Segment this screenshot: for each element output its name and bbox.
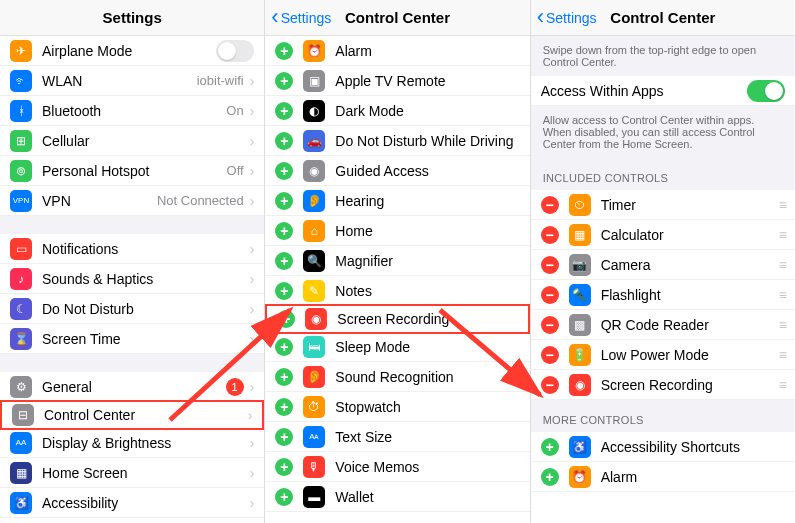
included-row-camera[interactable]: − 📷 Camera ≡ <box>531 250 795 280</box>
settings-row-general[interactable]: ⚙ General 1› <box>0 372 264 402</box>
add-button[interactable]: + <box>275 102 293 120</box>
row-label: Home <box>335 223 519 239</box>
add-button[interactable]: + <box>541 438 559 456</box>
settings-list[interactable]: ✈ Airplane Mode ᯤ WLAN iobit-wifi› ᚼ Blu… <box>0 36 264 523</box>
control-row-soundrec[interactable]: + 👂 Sound Recognition <box>265 362 529 392</box>
control-row-wallet[interactable]: + ▬ Wallet <box>265 482 529 512</box>
included-row-flashlight[interactable]: − 🔦 Flashlight ≡ <box>531 280 795 310</box>
settings-row-dnd[interactable]: ☾ Do Not Disturb › <box>0 294 264 324</box>
drag-handle-icon[interactable]: ≡ <box>779 287 785 303</box>
add-button[interactable]: + <box>275 162 293 180</box>
control-row-home[interactable]: + ⌂ Home <box>265 216 529 246</box>
control-row-sleep[interactable]: + 🛏 Sleep Mode <box>265 332 529 362</box>
control-row-voicememo[interactable]: + 🎙 Voice Memos <box>265 452 529 482</box>
row-label: Control Center <box>44 407 248 423</box>
settings-row-control-center[interactable]: ⊟ Control Center › <box>0 400 264 430</box>
control-row-darkmode[interactable]: + ◐ Dark Mode <box>265 96 529 126</box>
control-row-notes[interactable]: + ✎ Notes <box>265 276 529 306</box>
back-button[interactable]: Settings <box>271 10 331 26</box>
qr-icon: ▩ <box>569 314 591 336</box>
control-center-add-panel: Settings Control Center + ⏰ Alarm + ▣ Ap… <box>265 0 530 523</box>
cellular-icon: ⊞ <box>10 130 32 152</box>
access-within-apps-row[interactable]: Access Within Apps <box>531 76 795 106</box>
settings-row-wlan[interactable]: ᯤ WLAN iobit-wifi› <box>0 66 264 96</box>
drag-handle-icon[interactable]: ≡ <box>779 227 785 243</box>
control-row-dnd-drive[interactable]: + 🚗 Do Not Disturb While Driving <box>265 126 529 156</box>
remove-button[interactable]: − <box>541 196 559 214</box>
more-controls-list[interactable]: + ⏰ Alarm + ▣ Apple TV Remote + ◐ Dark M… <box>265 36 529 523</box>
drag-handle-icon[interactable]: ≡ <box>779 317 785 333</box>
add-button[interactable]: + <box>275 72 293 90</box>
settings-row-notifications[interactable]: ▭ Notifications › <box>0 234 264 264</box>
drag-handle-icon[interactable]: ≡ <box>779 197 785 213</box>
alarm-icon: ⏰ <box>569 466 591 488</box>
included-row-calculator[interactable]: − ▦ Calculator ≡ <box>531 220 795 250</box>
toggle[interactable] <box>216 40 254 62</box>
back-button[interactable]: Settings <box>537 10 597 26</box>
remove-button[interactable]: − <box>541 316 559 334</box>
settings-row-hotspot[interactable]: ⊚ Personal Hotspot Off› <box>0 156 264 186</box>
chevron-right-icon: › <box>250 301 255 317</box>
included-row-lowpower[interactable]: − 🔋 Low Power Mode ≡ <box>531 340 795 370</box>
remove-button[interactable]: − <box>541 286 559 304</box>
control-row-stopwatch[interactable]: + ⏱ Stopwatch <box>265 392 529 422</box>
add-button[interactable]: + <box>275 428 293 446</box>
row-label: Display & Brightness <box>42 435 250 451</box>
chevron-right-icon: › <box>250 241 255 257</box>
accessibility-icon: ♿ <box>10 492 32 514</box>
add-button[interactable]: + <box>275 368 293 386</box>
add-button[interactable]: + <box>275 132 293 150</box>
remove-button[interactable]: − <box>541 376 559 394</box>
settings-row-homescreen[interactable]: ▦ Home Screen › <box>0 458 264 488</box>
control-row-alarm[interactable]: + ⏰ Alarm <box>265 36 529 66</box>
add-button[interactable]: + <box>275 398 293 416</box>
settings-row-cellular[interactable]: ⊞ Cellular › <box>0 126 264 156</box>
section-gap <box>0 216 264 234</box>
drag-handle-icon[interactable]: ≡ <box>779 347 785 363</box>
settings-row-screentime[interactable]: ⌛ Screen Time › <box>0 324 264 354</box>
settings-row-display[interactable]: AA Display & Brightness › <box>0 428 264 458</box>
drag-handle-icon[interactable]: ≡ <box>779 377 785 393</box>
add-button[interactable]: + <box>275 222 293 240</box>
toggle[interactable] <box>747 80 785 102</box>
control-row-magnifier[interactable]: + 🔍 Magnifier <box>265 246 529 276</box>
control-row-hearing[interactable]: + 👂 Hearing <box>265 186 529 216</box>
bluetooth-icon: ᚼ <box>10 100 32 122</box>
row-label: Camera <box>601 257 779 273</box>
control-row-textsize[interactable]: + Aᴀ Text Size <box>265 422 529 452</box>
airplane-icon: ✈ <box>10 40 32 62</box>
row-label: VPN <box>42 193 157 209</box>
remove-button[interactable]: − <box>541 226 559 244</box>
settings-row-sounds[interactable]: ♪ Sounds & Haptics › <box>0 264 264 294</box>
add-button[interactable]: + <box>275 338 293 356</box>
more-row-alarm[interactable]: + ⏰ Alarm <box>531 462 795 492</box>
row-label: Cellular <box>42 133 250 149</box>
chevron-right-icon: › <box>250 73 255 89</box>
add-button[interactable]: + <box>275 458 293 476</box>
add-button[interactable]: + <box>275 488 293 506</box>
add-button[interactable]: + <box>541 468 559 486</box>
settings-row-airplane[interactable]: ✈ Airplane Mode <box>0 36 264 66</box>
remove-button[interactable]: − <box>541 256 559 274</box>
drag-handle-icon[interactable]: ≡ <box>779 257 785 273</box>
control-row-appletv[interactable]: + ▣ Apple TV Remote <box>265 66 529 96</box>
remove-button[interactable]: − <box>541 346 559 364</box>
settings-row-accessibility[interactable]: ♿ Accessibility › <box>0 488 264 518</box>
included-row-qr[interactable]: − ▩ QR Code Reader ≡ <box>531 310 795 340</box>
add-button[interactable]: + <box>275 282 293 300</box>
add-button[interactable]: + <box>275 252 293 270</box>
included-row-timer[interactable]: − ⏲ Timer ≡ <box>531 190 795 220</box>
add-button[interactable]: + <box>275 192 293 210</box>
add-button[interactable]: + <box>275 42 293 60</box>
notes-icon: ✎ <box>303 280 325 302</box>
control-center-content[interactable]: Swipe down from the top-right edge to op… <box>531 36 795 523</box>
settings-row-vpn[interactable]: VPN VPN Not Connected› <box>0 186 264 216</box>
settings-row-bluetooth[interactable]: ᚼ Bluetooth On› <box>0 96 264 126</box>
add-button[interactable]: + <box>277 310 295 328</box>
included-row-screenrec[interactable]: − ◉ Screen Recording ≡ <box>531 370 795 400</box>
stopwatch-icon: ⏱ <box>303 396 325 418</box>
control-row-guided[interactable]: + ◉ Guided Access <box>265 156 529 186</box>
control-row-screenrec[interactable]: + ◉ Screen Recording <box>265 304 529 334</box>
chevron-right-icon: › <box>250 133 255 149</box>
more-row-a11y[interactable]: + ♿ Accessibility Shortcuts <box>531 432 795 462</box>
